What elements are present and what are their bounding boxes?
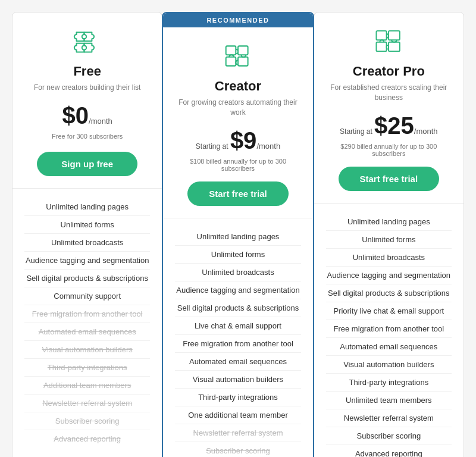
feature-item: Audience tagging and segmentation bbox=[326, 267, 452, 284]
plan-icon bbox=[24, 27, 150, 60]
feature-item: Third-party integrations bbox=[175, 389, 300, 406]
feature-item: Unlimited forms bbox=[175, 246, 300, 264]
recommended-badge: RECOMMENDED bbox=[163, 13, 312, 27]
svg-rect-3 bbox=[238, 57, 248, 66]
cta-button-creator-pro[interactable]: Start free trial bbox=[339, 167, 439, 191]
price-prefix: Starting at bbox=[196, 142, 230, 151]
feature-item: Newsletter referral system bbox=[175, 424, 300, 442]
feature-item: Advanced reporting bbox=[24, 430, 150, 447]
feature-item: Unlimited forms bbox=[326, 231, 452, 249]
feature-item: Unlimited team members bbox=[326, 392, 452, 409]
plan-header: Free For new creators building their lis… bbox=[12, 12, 162, 189]
feature-item: Sell digital products & subscriptions bbox=[175, 299, 300, 317]
svg-rect-6 bbox=[389, 31, 400, 40]
plan-card-creator: RECOMMENDED Creator For growing creators… bbox=[162, 12, 314, 457]
feature-item: Free migration from another tool bbox=[326, 320, 452, 338]
plan-description: For new creators building their list bbox=[24, 83, 150, 93]
svg-rect-4 bbox=[377, 31, 387, 40]
price-note: Free for 300 subscribers bbox=[24, 133, 150, 142]
feature-item: Subscriber scoring bbox=[24, 412, 150, 430]
plan-header: Creator For growing creators automating … bbox=[163, 27, 312, 218]
pricing-container: Free For new creators building their lis… bbox=[12, 12, 464, 457]
svg-rect-7 bbox=[389, 42, 400, 51]
svg-rect-1 bbox=[226, 57, 236, 66]
plan-name: Free bbox=[24, 64, 150, 79]
feature-item: Automated email sequences bbox=[326, 338, 452, 356]
plan-price: $0/month bbox=[24, 102, 150, 129]
price-note: $108 billed annually for up to 300 subsc… bbox=[175, 158, 300, 172]
plan-name: Creator Pro bbox=[326, 64, 452, 79]
plan-features: Unlimited landing pages Unlimited forms … bbox=[163, 218, 312, 457]
plan-icon bbox=[175, 42, 300, 75]
feature-item: Unlimited landing pages bbox=[24, 198, 150, 216]
price-period: /month bbox=[89, 117, 112, 126]
plan-price: Starting at $25/month bbox=[326, 112, 452, 139]
plan-name: Creator bbox=[175, 79, 300, 94]
feature-item: Newsletter referral system bbox=[24, 395, 150, 412]
feature-item: Audience tagging and segmentation bbox=[24, 252, 150, 270]
feature-item: Subscriber scoring bbox=[175, 442, 300, 457]
price-amount: $25 bbox=[374, 112, 414, 139]
cta-button-creator[interactable]: Start free trial bbox=[187, 181, 288, 206]
price-note: $290 billed annually for up to 300 subsc… bbox=[326, 143, 452, 157]
price-amount: $0 bbox=[62, 102, 89, 129]
feature-item: One additional team member bbox=[175, 406, 300, 424]
plan-header: Creator Pro For established creators sca… bbox=[314, 12, 464, 204]
svg-rect-0 bbox=[226, 46, 236, 55]
feature-item: Unlimited broadcasts bbox=[24, 234, 150, 252]
feature-item: Third-party integrations bbox=[24, 359, 150, 377]
plan-description: For growing creators automating their wo… bbox=[175, 98, 300, 118]
svg-rect-5 bbox=[377, 42, 387, 51]
feature-item: Automated email sequences bbox=[24, 323, 150, 341]
feature-item: Free migration from another tool bbox=[175, 335, 300, 353]
feature-item: Sell digital products & subscriptions bbox=[326, 284, 452, 302]
feature-item: Additional team members bbox=[24, 377, 150, 395]
feature-item: Community support bbox=[24, 287, 150, 305]
feature-item: Priority live chat & email support bbox=[326, 302, 452, 320]
plan-features: Unlimited landing pages Unlimited forms … bbox=[12, 189, 162, 457]
price-amount: $9 bbox=[230, 127, 257, 154]
plan-price: Starting at $9/month bbox=[175, 127, 300, 154]
feature-item: Advanced reporting bbox=[326, 445, 452, 457]
price-period: /month bbox=[414, 127, 438, 136]
feature-item: Unlimited landing pages bbox=[175, 228, 300, 246]
feature-item: Live chat & email support bbox=[175, 317, 300, 335]
price-prefix: Starting at bbox=[340, 127, 374, 136]
price-period: /month bbox=[256, 142, 280, 151]
feature-item: Unlimited broadcasts bbox=[175, 264, 300, 281]
feature-item: Unlimited broadcasts bbox=[326, 249, 452, 267]
feature-item: Visual automation builders bbox=[326, 356, 452, 374]
feature-item: Unlimited landing pages bbox=[326, 213, 452, 231]
plan-features: Unlimited landing pages Unlimited forms … bbox=[314, 204, 464, 457]
feature-item: Visual automation builders bbox=[24, 341, 150, 359]
feature-item: Sell digital products & subscriptions bbox=[24, 270, 150, 287]
feature-item: Newsletter referral system bbox=[326, 409, 452, 427]
feature-item: Third-party integrations bbox=[326, 374, 452, 392]
plan-icon bbox=[326, 27, 452, 60]
feature-item: Free migration from another tool bbox=[24, 305, 150, 323]
feature-item: Automated email sequences bbox=[175, 353, 300, 371]
cta-button-free[interactable]: Sign up free bbox=[37, 152, 137, 176]
feature-item: Audience tagging and segmentation bbox=[175, 281, 300, 299]
plan-card-creator-pro: Creator Pro For established creators sca… bbox=[314, 12, 464, 457]
svg-rect-2 bbox=[238, 46, 248, 55]
plan-card-free: Free For new creators building their lis… bbox=[12, 12, 162, 457]
feature-item: Visual automation builders bbox=[175, 371, 300, 389]
feature-item: Subscriber scoring bbox=[326, 427, 452, 445]
plan-description: For established creators scaling their b… bbox=[326, 83, 452, 103]
feature-item: Unlimited forms bbox=[24, 216, 150, 234]
